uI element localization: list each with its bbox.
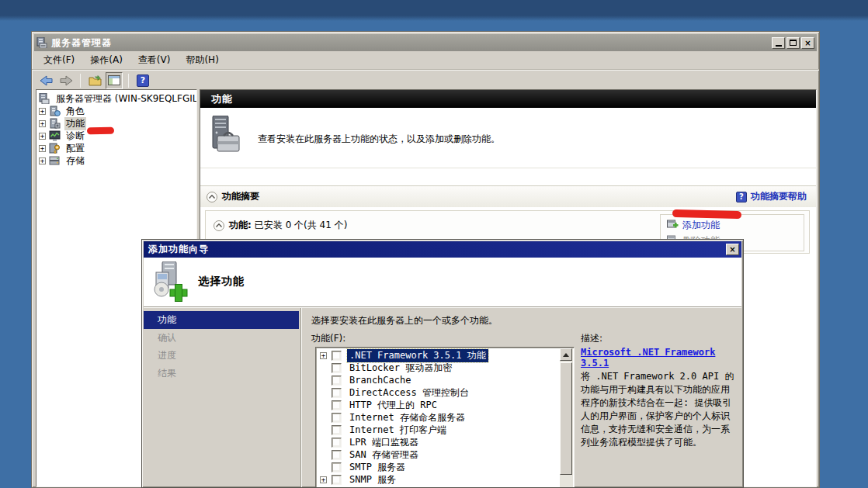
wizard-step-features[interactable]: 功能 [144,311,299,329]
toolbar-separator [80,74,81,88]
expand-icon[interactable]: + [39,145,46,152]
feature-label[interactable]: DirectAccess 管理控制台 [347,386,471,400]
features-listbox[interactable]: + .NET Framework 3.5.1 功能 BitLocker 驱动器加… [315,347,575,488]
menu-view[interactable]: 查看(V) [131,52,178,68]
wizard-step-confirmation[interactable]: 确认 [144,329,299,347]
menu-file[interactable]: 文件(F) [36,52,82,68]
expand-icon[interactable]: + [320,476,327,483]
tree-item-diagnostics[interactable]: + 诊断 [36,130,196,142]
feature-row[interactable]: LPR 端口监视器 [320,436,574,448]
dialog-close-button[interactable]: × [726,244,739,255]
feature-checkbox[interactable] [332,425,342,435]
feature-row[interactable]: Internet 打印客户端 [320,424,574,436]
add-features-link[interactable]: 添加功能 [682,219,720,232]
feature-checkbox[interactable] [332,388,342,398]
tree-item-label-selected: 功能 [64,117,86,130]
feature-row[interactable]: BranchCache [320,374,574,386]
configuration-icon [49,143,61,154]
red-annotation-features-node [87,127,114,135]
feature-checkbox[interactable] [332,450,342,460]
desktop: { "glyphs": { "plus": "+", "close_x": "×… [0,0,868,488]
wizard-step-results[interactable]: 结果 [144,365,299,382]
toolbar-separator [128,74,129,88]
feature-checkbox[interactable] [332,438,342,448]
add-features-icon [667,220,679,230]
feature-checkbox[interactable] [332,400,342,410]
wizard-intro-text: 选择要安装在此服务器上的一个或多个功能。 [311,314,498,327]
feature-row[interactable]: SAN 存储管理器 [320,448,574,461]
folder-button[interactable] [86,72,103,89]
wizard-step-progress[interactable]: 进度 [144,347,299,365]
tree-root-server-manager[interactable]: 服务器管理器 (WIN-SK9EQLFGIL [36,92,196,105]
wizard-content: 选择要安装在此服务器上的一个或多个功能。 功能(F): 描述: + .NET F… [304,308,741,487]
expand-icon[interactable]: + [39,108,46,115]
scroll-up-button[interactable] [560,348,572,361]
expand-icon[interactable]: + [39,133,46,140]
listbox-scrollbar[interactable] [560,348,573,487]
storage-icon [49,155,61,166]
tree-item-label: 角色 [64,105,86,118]
feature-label[interactable]: HTTP 代理上的 RPC [347,399,439,412]
feature-checkbox[interactable] [332,462,342,472]
forward-button[interactable] [57,72,75,89]
feature-row[interactable]: BitLocker 驱动器加密 [320,362,574,374]
collapse-chevron-icon[interactable] [207,192,217,202]
feature-checkbox[interactable] [332,475,342,485]
feature-label[interactable]: SMTP 服务器 [347,461,408,474]
feature-row[interactable]: DirectAccess 管理控制台 [320,386,574,399]
dialog-page-title: 选择功能 [198,275,245,289]
back-button[interactable] [38,72,55,89]
menu-help[interactable]: 帮助(H) [179,52,225,68]
minimize-button[interactable] [772,37,785,49]
feature-row[interactable]: Internet 存储命名服务器 [320,411,574,424]
window-titlebar[interactable]: 服务器管理器 × [34,34,817,51]
diagnostics-icon [49,130,61,141]
feature-label[interactable]: SAN 存储管理器 [347,448,421,462]
console-tree-button[interactable] [106,72,123,89]
help-button[interactable]: ? [134,72,151,89]
scrollbar-thumb[interactable] [560,362,572,475]
feature-row[interactable]: + .NET Framework 3.5.1 功能 [320,349,574,362]
dialog-body: 功能 确认 进度 结果 选择要安装在此服务器上的一个或多个功能。 功能(F): … [144,308,741,487]
feature-checkbox[interactable] [332,413,342,423]
features-icon [49,118,61,129]
dialog-title: 添加功能向导 [148,243,726,256]
tree-item-label: 存储 [64,154,86,168]
add-features-action[interactable]: 添加功能 [667,217,804,233]
feature-checkbox[interactable] [332,376,342,386]
feature-checkbox[interactable] [332,351,342,361]
window-title: 服务器管理器 [51,36,769,50]
feature-row[interactable]: SMTP 服务器 [320,461,574,473]
feature-row[interactable]: HTTP 代理上的 RPC [320,399,574,411]
summary-help-link[interactable]: 功能摘要帮助 [751,190,807,203]
collapse-chevron-icon[interactable] [214,220,224,231]
feature-label[interactable]: LPR 端口监视器 [347,436,421,449]
feature-label[interactable]: BitLocker 驱动器加密 [347,362,454,375]
feature-label[interactable]: Internet 打印客户端 [347,424,449,437]
description-link[interactable]: Microsoft .NET Framework 3.5.1 [581,347,736,369]
feature-label[interactable]: Internet 存储命名服务器 [347,411,467,424]
feature-label[interactable]: BranchCache [347,375,413,386]
description-label: 描述: [581,332,602,345]
help-icon: ? [137,74,149,87]
feature-checkbox[interactable] [332,363,342,373]
tree-item-roles[interactable]: + 角色 [36,105,196,117]
tree-item-storage[interactable]: + 存储 [36,154,196,167]
close-button[interactable]: × [801,37,814,49]
features-count-value: 已安装 0 个(共 41 个) [255,219,348,232]
dialog-titlebar[interactable]: 添加功能向导 × [144,241,741,258]
maximize-button[interactable] [786,37,800,49]
expand-icon[interactable]: + [320,352,327,359]
toolbar: ? [32,70,819,90]
expand-icon[interactable]: + [39,120,46,127]
feature-label[interactable]: SNMP 服务 [347,473,398,486]
help-icon: ? [736,192,747,202]
tree-item-label: 配置 [64,142,86,155]
feature-row[interactable]: + SNMP 服务 [320,473,574,486]
console-window-icon [108,75,120,85]
expand-icon[interactable]: + [39,157,46,164]
feature-label-selected[interactable]: .NET Framework 3.5.1 功能 [347,349,488,362]
menu-action[interactable]: 操作(A) [83,52,130,68]
tree-item-features[interactable]: + 功能 [36,117,196,130]
tree-item-configuration[interactable]: + 配置 [36,142,196,154]
